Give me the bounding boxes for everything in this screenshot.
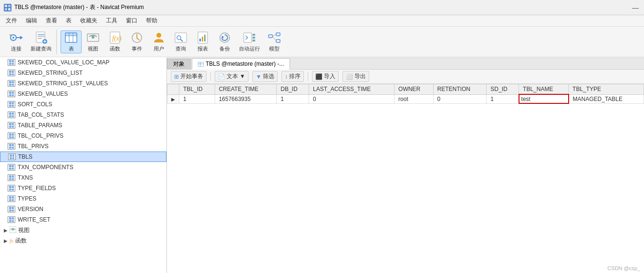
svg-line-45 [272,36,276,41]
sidebar-item-txns[interactable]: TXNS [0,172,166,183]
cell-sd-id[interactable]: 1 [487,94,519,103]
sidebar-item-sort-cols[interactable]: SORT_COLS [0,99,166,110]
sidebar-group-function[interactable]: ▶ fx 函数 [0,235,166,246]
sidebar-label: TYPE_FIELDS [18,185,56,192]
connect-icon [10,31,23,44]
th-create-time[interactable]: CREATE_TIME [215,84,277,95]
cell-retention[interactable]: 0 [433,94,487,103]
cell-owner[interactable]: root [395,94,434,103]
filter-icon: ▼ [256,73,261,80]
table-icon [8,216,15,223]
event-button[interactable]: 事件 [126,30,147,53]
sidebar-group-view-label: 视图 [18,226,30,234]
new-query-button[interactable]: 新建查询 [28,30,54,53]
sidebar-group-view[interactable]: ▶ 视图 [0,225,166,235]
report-icon [196,31,209,44]
sidebar-item-tab-col-stats[interactable]: TAB_COL_STATS [0,110,166,120]
th-owner[interactable]: OWNER [395,84,434,95]
table-icon [8,122,15,129]
sidebar-item-type-fields[interactable]: TYPE_FIELDS [0,183,166,193]
tab-objects[interactable]: 对象 [167,59,191,69]
th-tbl-type[interactable]: TBL_TYPE [569,84,644,95]
model-button[interactable]: 模型 [264,30,285,53]
sidebar-label: WRITE_SET [18,216,51,223]
table-icon [8,153,16,160]
sidebar-item-version[interactable]: VERSION [0,204,166,214]
sidebar-item-types[interactable]: TYPES [0,193,166,204]
user-button[interactable]: 用户 [148,30,169,53]
cell-tbl-type[interactable]: MANAGED_TABLE [569,94,644,103]
function-button[interactable]: f(x) 函数 [104,30,125,53]
svg-point-47 [12,229,14,231]
event-icon [130,31,144,44]
tab-objects-label: 对象 [173,60,185,68]
menu-edit[interactable]: 编辑 [22,16,41,26]
view-label: 视图 [88,45,98,52]
query2-button[interactable]: 查询 [170,30,191,53]
table-tool-button[interactable]: 表 [61,30,82,53]
menu-table[interactable]: 表 [62,16,75,26]
text-button[interactable]: 📄 文本 ▼ [215,71,249,82]
export-button[interactable]: ⬜ 导出 [343,71,369,82]
table-icon [8,111,15,118]
cell-tbl-name[interactable]: test [519,94,569,103]
filter-button[interactable]: ▼ 筛选 [252,71,278,82]
th-retention[interactable]: RETENTION [433,84,487,95]
th-last-access-time[interactable]: LAST_ACCESS_TIME [309,84,394,95]
sidebar-item-skewed-col-value-loc-map[interactable]: SKEWED_COL_VALUE_LOC_MAP [0,57,166,68]
menu-help[interactable]: 帮助 [142,16,161,26]
sidebar-item-skewed-string-list[interactable]: SKEWED_STRING_LIST [0,68,166,78]
table-icon [8,59,15,66]
window-title: TBLS @metastore (master) - 表 - Navicat P… [14,3,144,11]
report-label: 报表 [197,45,208,52]
sidebar: SKEWED_COL_VALUE_LOC_MAP SKEWED_STRING_L… [0,57,167,273]
minimize-button[interactable]: — [631,3,640,12]
menu-file[interactable]: 文件 [2,16,21,26]
connect-button[interactable]: 连接 [6,30,27,53]
row-arrow-icon: ▶ [171,97,175,102]
connect-label: 连接 [11,45,21,52]
menu-window[interactable]: 窗口 [122,16,141,26]
report-button[interactable]: 报表 [192,30,213,53]
cell-create-time[interactable]: 1657663935 [215,94,277,103]
th-tbl-name[interactable]: TBL_NAME [519,84,569,95]
table-small-icon [198,61,204,66]
sidebar-item-skewed-values[interactable]: SKEWED_VALUES [0,89,166,99]
begin-transaction-button[interactable]: ⊞ 开始事务 [171,71,207,82]
th-sd-id[interactable]: SD_ID [487,84,519,95]
separator-2 [308,72,308,81]
menu-view[interactable]: 查看 [42,16,61,26]
sidebar-item-txn-components[interactable]: TXN_COMPONENTS [0,162,166,172]
backup-button[interactable]: 备份 [214,30,235,53]
autorun-button[interactable]: 自动运行 [236,30,263,53]
svg-rect-43 [276,40,280,42]
th-db-id[interactable]: DB_ID [277,84,309,95]
sort-button[interactable]: ↕ 排序 [281,71,304,82]
th-row-indicator [167,84,179,95]
title-bar: TBLS @metastore (master) - 表 - Navicat P… [0,0,644,15]
table-icon [8,80,15,87]
th-tbl-id[interactable]: TBL_ID [179,84,215,95]
sidebar-item-tbl-privs[interactable]: TBL_PRIVS [0,141,166,152]
sidebar-item-skewed-string-list-values[interactable]: SKEWED_STRING_LIST_VALUES [0,78,166,89]
view-button[interactable]: 视图 [83,30,104,53]
tab-tbls[interactable]: TBLS @metastore (master) -... [192,58,290,70]
sidebar-item-table-params[interactable]: TABLE_PARAMS [0,120,166,131]
menu-tools[interactable]: 工具 [102,16,121,26]
import-button[interactable]: ⬛ 导入 [312,71,339,82]
sidebar-label: TYPES [18,195,36,202]
sidebar-item-tbls[interactable]: TBLS [0,152,166,162]
menu-bar: 文件 编辑 查看 表 收藏夹 工具 窗口 帮助 [0,15,644,27]
svg-point-23 [92,36,94,39]
cell-tbl-id[interactable]: 1 [179,94,215,103]
cell-db-id[interactable]: 1 [277,94,309,103]
table-header-row: TBL_ID CREATE_TIME DB_ID LAST_ACCESS_TIM… [167,84,644,95]
function-group-icon: fx [10,238,13,243]
sidebar-item-write-set[interactable]: WRITE_SET [0,214,166,225]
sidebar-group-function-label: 函数 [15,237,27,245]
cell-last-access-time[interactable]: 0 [309,94,394,103]
import-label: 导入 [324,72,335,81]
menu-favorites[interactable]: 收藏夹 [76,16,101,26]
function-label: 函数 [110,45,120,52]
sidebar-item-tbl-col-privs[interactable]: TBL_COL_PRIVS [0,131,166,141]
